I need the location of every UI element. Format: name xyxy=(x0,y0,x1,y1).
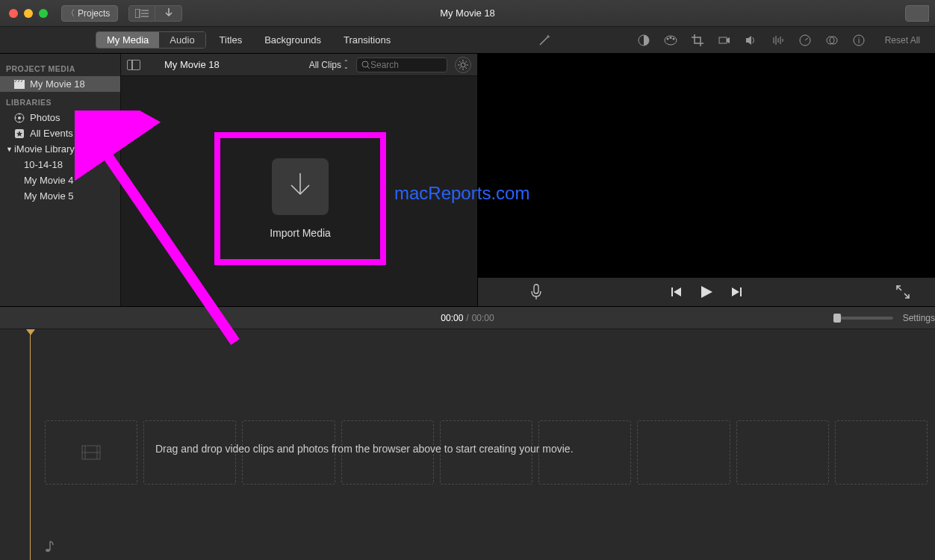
sidebar-item-label: My Movie 4 xyxy=(24,175,73,186)
import-media-highlight: Import Media xyxy=(214,132,386,265)
browser-toolbar: My Movie 18 All Clips ⌃⌄ xyxy=(121,54,477,76)
reset-all-button[interactable]: Reset All xyxy=(885,35,920,46)
svg-line-49 xyxy=(459,67,461,69)
projects-back-button[interactable]: 〈 Projects xyxy=(61,5,118,22)
viewer-canvas xyxy=(478,54,935,278)
clip-filter-button[interactable] xyxy=(825,34,839,47)
noise-reduction-button[interactable] xyxy=(771,34,785,47)
play-icon xyxy=(699,284,714,299)
library-list-icon xyxy=(135,9,149,18)
volume-button[interactable] xyxy=(745,34,758,47)
skip-back-icon xyxy=(671,286,683,298)
tab-backgrounds[interactable]: Backgrounds xyxy=(264,34,321,46)
svg-marker-14 xyxy=(727,37,730,43)
svg-marker-54 xyxy=(674,287,681,296)
updown-chevron-icon: ⌃⌄ xyxy=(344,60,349,69)
toggle-sidebar-button[interactable] xyxy=(127,60,140,70)
gear-icon xyxy=(458,60,468,70)
tab-my-media[interactable]: My Media xyxy=(96,32,159,48)
browser-project-name: My Movie 18 xyxy=(164,59,220,70)
tab-transitions[interactable]: Transitions xyxy=(344,34,391,46)
window-title: My Movie 18 xyxy=(440,7,495,19)
download-arrow-icon xyxy=(287,172,314,202)
play-button[interactable] xyxy=(699,284,714,299)
color-balance-button[interactable] xyxy=(637,34,650,47)
sidebar-item-event[interactable]: My Movie 4 xyxy=(0,172,120,188)
current-time: 00:00 xyxy=(441,313,463,323)
minimize-window-button[interactable] xyxy=(24,9,33,18)
svg-point-11 xyxy=(669,37,671,39)
sidebar-item-label: My Movie 5 xyxy=(24,190,73,202)
fullscreen-button[interactable] xyxy=(896,285,910,299)
import-media-button[interactable] xyxy=(272,158,329,215)
drop-slot[interactable] xyxy=(736,420,829,485)
svg-point-12 xyxy=(672,37,674,40)
svg-line-48 xyxy=(465,67,467,69)
svg-marker-56 xyxy=(701,286,712,298)
search-input[interactable] xyxy=(370,60,438,70)
view-mode-buttons xyxy=(128,5,182,22)
sidebar-item-project[interactable]: My Movie 18 xyxy=(0,76,120,92)
crop-icon xyxy=(692,34,703,46)
audio-track-icon xyxy=(45,536,67,557)
svg-rect-13 xyxy=(719,37,727,43)
sidebar-item-label: Photos xyxy=(30,112,60,123)
sidebar-item-event[interactable]: 10-14-18 xyxy=(0,157,120,172)
library-list-button[interactable] xyxy=(128,5,155,22)
share-button[interactable] xyxy=(905,5,929,22)
media-tab-bar: My Media Audio Titles Backgrounds Transi… xyxy=(0,27,935,54)
svg-rect-27 xyxy=(14,82,25,89)
sidebar-item-photos[interactable]: Photos xyxy=(0,110,120,125)
overlap-circles-icon xyxy=(826,35,838,46)
search-field-wrap[interactable] xyxy=(356,57,447,72)
sidebar-item-event[interactable]: My Movie 5 xyxy=(0,188,120,204)
zoom-window-button[interactable] xyxy=(39,9,48,18)
info-button[interactable]: i xyxy=(852,34,866,47)
enhance-button[interactable] xyxy=(538,34,551,47)
playhead[interactable] xyxy=(30,331,31,560)
speaker-icon xyxy=(745,35,757,46)
stabilization-button[interactable] xyxy=(718,34,731,47)
svg-marker-57 xyxy=(732,287,739,296)
svg-point-42 xyxy=(461,63,465,67)
svg-line-22 xyxy=(805,38,808,40)
skip-forward-icon xyxy=(730,286,742,298)
chevron-left-icon: 〈 xyxy=(66,7,75,19)
prev-button[interactable] xyxy=(671,286,683,298)
tab-titles[interactable]: Titles xyxy=(220,34,243,46)
clip-filter-dropdown[interactable]: All Clips ⌃⌄ xyxy=(309,60,349,70)
import-media-label: Import Media xyxy=(270,227,331,239)
speed-button[interactable] xyxy=(798,34,812,47)
palette-icon xyxy=(664,35,677,46)
svg-line-5 xyxy=(540,37,547,45)
color-correction-button[interactable] xyxy=(664,34,677,47)
svg-point-40 xyxy=(362,61,368,67)
timeline[interactable]: Drag and drop video clips and photos fro… xyxy=(0,329,935,560)
sidebar-item-all-events[interactable]: All Events xyxy=(0,125,120,141)
timeline-timecode: 00:00/00:00 xyxy=(441,313,494,323)
crop-button[interactable] xyxy=(691,34,704,47)
drop-slot[interactable] xyxy=(835,420,928,485)
voiceover-button[interactable] xyxy=(530,284,542,300)
disclosure-triangle-icon[interactable]: ▼ xyxy=(6,146,13,153)
import-button[interactable] xyxy=(155,5,182,22)
svg-rect-58 xyxy=(740,287,742,296)
next-button[interactable] xyxy=(730,286,742,298)
zoom-slider[interactable] xyxy=(833,317,893,320)
close-window-button[interactable] xyxy=(9,9,18,18)
window-controls xyxy=(9,9,48,18)
tab-audio[interactable]: Audio xyxy=(159,32,205,48)
watermark-text: macReports.com xyxy=(394,183,529,204)
microphone-icon xyxy=(530,284,542,300)
film-icon xyxy=(81,444,102,461)
drop-slot[interactable] xyxy=(45,420,137,485)
sidebar-item-label: All Events xyxy=(30,128,73,139)
browser-settings-button[interactable] xyxy=(455,57,471,73)
preview-viewer xyxy=(478,54,935,306)
drop-slot[interactable] xyxy=(637,420,730,485)
svg-rect-52 xyxy=(534,284,538,293)
projects-label: Projects xyxy=(78,8,110,19)
timeline-settings-button[interactable]: Settings xyxy=(903,313,935,323)
sidebar-item-imovie-library[interactable]: ▼ iMovie Library xyxy=(0,141,120,157)
svg-line-41 xyxy=(367,66,370,69)
